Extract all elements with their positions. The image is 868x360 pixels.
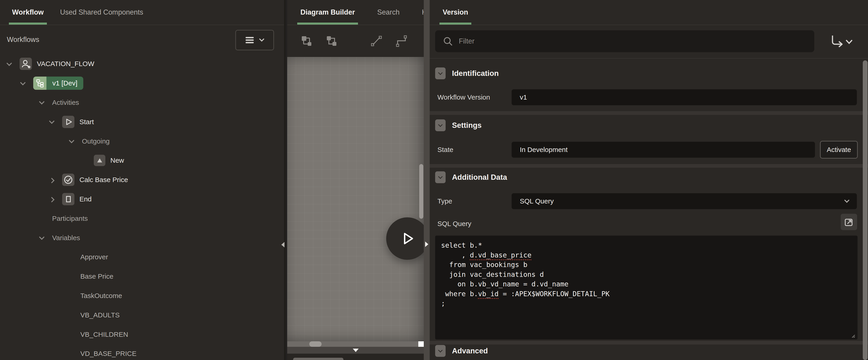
tree-node-label: Approver	[80, 253, 108, 261]
tree-node-taskoutcome[interactable]: TaskOutcome	[0, 286, 284, 306]
tree-node-calc-base-price[interactable]: Calc Base Price	[0, 170, 284, 190]
filter-input[interactable]	[459, 37, 814, 45]
orthogonal-connection-button[interactable]	[395, 34, 408, 48]
right-panel-scrollbar[interactable]	[863, 60, 868, 360]
chevron-down-icon[interactable]	[46, 120, 57, 124]
open-code-editor-button[interactable]	[841, 214, 857, 230]
collapse-section-icon[interactable]	[435, 171, 445, 183]
resize-grip-icon[interactable]	[850, 333, 855, 338]
workflow-tree-panel: Workflow Used Shared Components Workflow…	[0, 0, 286, 360]
collapse-section-icon[interactable]	[435, 119, 445, 131]
type-select[interactable]: SQL Query	[512, 193, 857, 209]
tab-diagram-builder[interactable]: Diagram Builder	[301, 0, 355, 25]
chevron-down-icon[interactable]	[37, 236, 46, 240]
section-title: Additional Data	[452, 173, 507, 182]
tree-node-label: VD_BASE_PRICE	[80, 350, 136, 358]
tree-node-vb-adults[interactable]: VB_ADULTS	[0, 305, 284, 325]
bring-forward-button[interactable]	[300, 34, 313, 48]
straight-connection-icon	[370, 34, 383, 48]
collapse-left-panel-arrow[interactable]	[281, 242, 284, 247]
type-label: Type	[437, 193, 452, 209]
tab-search[interactable]: Search	[377, 0, 399, 25]
workflows-header: Workflows	[0, 25, 284, 54]
tree-node-label: Base Price	[80, 273, 113, 280]
tree-node-variables[interactable]: Variables	[0, 228, 284, 247]
workflows-title: Workflows	[7, 25, 39, 54]
tab-used-shared-components[interactable]: Used Shared Components	[60, 0, 143, 25]
search-icon	[443, 36, 453, 46]
tree-node-participants[interactable]: Participants	[0, 209, 284, 228]
chevron-down-icon[interactable]	[37, 101, 46, 104]
tree-node-vacation-flow[interactable]: VACATION_FLOW	[0, 54, 284, 74]
tab-version-label: Version	[443, 8, 468, 17]
transition-icon	[94, 155, 105, 166]
tab-help-label: Help	[422, 8, 424, 17]
orthogonal-connection-icon	[395, 34, 408, 48]
scrollbar-corner	[418, 341, 424, 347]
send-backward-icon	[325, 34, 338, 48]
workflow-version-label: Workflow Version	[437, 89, 490, 105]
collapse-section-icon[interactable]	[435, 67, 445, 79]
tree-node-label: Start	[80, 118, 94, 126]
tree-menu-button[interactable]	[235, 30, 274, 50]
section-identification: Identification	[435, 67, 499, 79]
scrollbar-thumb[interactable]	[309, 341, 321, 347]
tree-node-activities[interactable]: Activities	[0, 93, 284, 112]
sql-warning-token: d.vd_base_price	[470, 251, 531, 259]
collapse-right-panel-arrow[interactable]	[425, 242, 428, 247]
tree-node-vb-children[interactable]: VB_CHILDREN	[0, 325, 284, 344]
chevron-down-icon[interactable]	[18, 81, 28, 85]
state-field[interactable]: In Development	[512, 142, 815, 158]
tree-node-base-price[interactable]: Base Price	[0, 267, 284, 286]
filter-field[interactable]	[435, 30, 814, 52]
sql-code: select b.* , d.vd_base_price from vac_bo…	[435, 236, 858, 308]
straight-connection-button[interactable]	[370, 34, 383, 48]
run-workflow-overlay[interactable]	[386, 217, 424, 260]
send-backward-button[interactable]	[325, 34, 338, 48]
task-activity-icon	[62, 174, 74, 186]
middle-tabbar: Diagram Builder Search Help	[287, 0, 424, 25]
diagram-canvas[interactable]	[287, 57, 424, 341]
section-title: Settings	[452, 121, 482, 130]
tree-node-outgoing[interactable]: Outgoing	[0, 132, 284, 151]
sql-warning-token: vb_id	[478, 290, 499, 298]
tree-node-label: Calc Base Price	[80, 176, 128, 184]
tree-node-v1-dev[interactable]: v1 [Dev]	[0, 74, 284, 93]
tree-node-label: TaskOutcome	[80, 292, 122, 300]
sql-query-editor[interactable]: select b.* , d.vd_base_price from vac_bo…	[435, 236, 858, 339]
workflow-version-field[interactable]: v1	[512, 89, 857, 105]
go-to-icon	[828, 34, 854, 50]
workflow-user-icon	[20, 58, 32, 70]
tree-node-label: VB_CHILDREN	[80, 331, 128, 338]
chevron-down-icon	[844, 197, 849, 203]
tab-workflow[interactable]: Workflow	[12, 0, 44, 25]
tree-node-new[interactable]: New	[0, 151, 284, 170]
go-to-button[interactable]	[828, 34, 854, 50]
canvas-horizontal-scrollbar[interactable]	[287, 341, 424, 347]
tree-node-label: v1 [Dev]	[46, 77, 83, 90]
open-in-dialog-icon	[844, 217, 854, 227]
tab-version[interactable]: Version	[443, 0, 468, 25]
tree-node-start[interactable]: Start	[0, 112, 284, 132]
panel-splitter[interactable]	[424, 0, 430, 360]
canvas-vertical-scrollbar[interactable]	[419, 164, 423, 219]
chevron-down-icon[interactable]	[66, 139, 76, 143]
bring-forward-icon	[300, 34, 313, 48]
tree-node-vd-base-price[interactable]: VD_BASE_PRICE	[0, 344, 284, 360]
tree-node-end[interactable]: End	[0, 190, 284, 209]
tab-help[interactable]: Help	[422, 0, 424, 25]
diagram-footer-strip	[287, 347, 424, 354]
tab-search-label: Search	[377, 8, 399, 17]
activate-button[interactable]: Activate	[820, 141, 858, 159]
diagram-bottom-bar	[287, 354, 424, 360]
property-filter-row	[430, 26, 868, 59]
chevron-right-icon[interactable]	[46, 178, 57, 182]
chevron-down-icon[interactable]	[4, 62, 14, 66]
tree-node-approver[interactable]: Approver	[0, 247, 284, 267]
collapse-section-icon[interactable]	[435, 345, 445, 357]
chevron-right-icon[interactable]	[46, 197, 57, 201]
collapse-bottom-panel-arrow[interactable]	[353, 349, 359, 352]
right-tabbar: Version	[430, 0, 868, 25]
tree-node-label: Variables	[52, 234, 80, 242]
left-tabbar: Workflow Used Shared Components	[0, 0, 284, 25]
